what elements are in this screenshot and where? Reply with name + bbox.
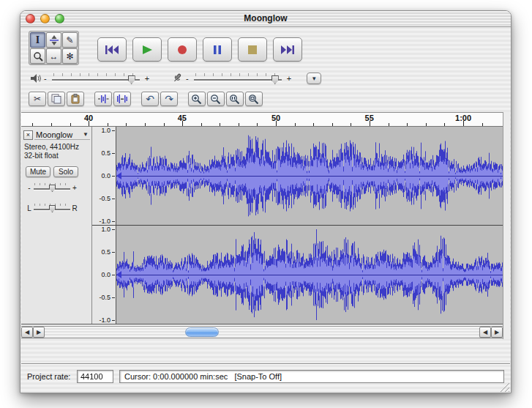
undo-button[interactable]: ↶ bbox=[141, 92, 159, 106]
input-source-button[interactable]: ▾ bbox=[307, 73, 321, 84]
zoom-out-button[interactable] bbox=[207, 92, 225, 106]
arrow-left-icon: ◀ bbox=[25, 329, 29, 335]
scroll-thumb[interactable] bbox=[185, 327, 219, 337]
minimize-button[interactable] bbox=[40, 14, 50, 23]
microphone-icon bbox=[171, 73, 184, 84]
skip-to-end-button[interactable] bbox=[273, 37, 302, 62]
solo-button[interactable]: Solo bbox=[53, 166, 78, 177]
cut-button[interactable]: ✂ bbox=[29, 92, 46, 106]
track-close-button[interactable]: × bbox=[23, 130, 33, 140]
fit-project-button[interactable] bbox=[245, 92, 263, 106]
ruler-tick bbox=[182, 121, 183, 126]
waveform-canvas[interactable] bbox=[116, 226, 503, 324]
selection-tool-button[interactable]: I bbox=[30, 32, 45, 48]
audacity-window: Moonglow I ✎ bbox=[20, 10, 512, 393]
vruler-label: 0.5 bbox=[101, 149, 110, 157]
ruler-tick bbox=[126, 123, 127, 126]
scroll-right-button-2[interactable]: ▶ bbox=[491, 327, 503, 338]
close-button[interactable] bbox=[26, 14, 35, 23]
track-menu-button[interactable]: Moonglow ▼ bbox=[34, 130, 90, 140]
stop-icon bbox=[245, 45, 260, 55]
scroll-left-button-2[interactable]: ◀ bbox=[479, 327, 491, 338]
ruler-tick bbox=[351, 123, 351, 126]
trim-outside-selection-button[interactable] bbox=[94, 92, 112, 106]
clip-extends-left-icon bbox=[116, 172, 121, 179]
pan-thumb[interactable] bbox=[49, 205, 56, 212]
waveform-display bbox=[116, 127, 503, 324]
chevron-down-icon: ▼ bbox=[83, 131, 89, 138]
ruler-tick bbox=[164, 123, 165, 126]
gain-min-label: - bbox=[26, 184, 33, 192]
vruler-label: -0.5 bbox=[99, 294, 110, 301]
pause-button[interactable] bbox=[203, 37, 232, 62]
waveform-canvas[interactable] bbox=[116, 127, 503, 225]
draw-tool-button[interactable]: ✎ bbox=[62, 32, 78, 48]
fit-project-icon bbox=[248, 94, 260, 105]
paste-button[interactable] bbox=[67, 92, 84, 106]
vruler-label: -0.5 bbox=[99, 195, 110, 202]
zoom-in-button[interactable] bbox=[188, 92, 206, 106]
trim-icon bbox=[97, 94, 109, 104]
scroll-right-button[interactable]: ▶ bbox=[33, 327, 45, 338]
horizontal-scrollbar[interactable]: ◀ ▶ ◀ ▶ bbox=[21, 326, 503, 338]
timeshift-icon: ↔ bbox=[50, 51, 59, 62]
redo-button[interactable]: ↷ bbox=[160, 92, 178, 106]
play-button[interactable] bbox=[132, 37, 162, 62]
waveform-channel-right[interactable] bbox=[116, 226, 503, 324]
input-volume-thumb[interactable] bbox=[271, 75, 279, 84]
ruler-tick bbox=[407, 123, 408, 126]
track-header: × Moonglow ▼ bbox=[23, 130, 90, 140]
input-volume-min-label: - bbox=[184, 74, 191, 83]
titlebar[interactable]: Moonglow bbox=[20, 11, 511, 27]
ruler-tick bbox=[239, 123, 239, 126]
ruler-tick bbox=[295, 123, 296, 126]
ruler-tick bbox=[108, 123, 108, 126]
scroll-track[interactable] bbox=[45, 327, 479, 338]
record-icon bbox=[175, 45, 190, 55]
zoom-button[interactable] bbox=[55, 14, 64, 23]
edit-toolbar: ✂ bbox=[29, 92, 263, 106]
zoom-tool-button[interactable] bbox=[30, 48, 45, 64]
timeshift-tool-button[interactable]: ↔ bbox=[46, 48, 61, 64]
input-volume-slider[interactable] bbox=[192, 73, 283, 84]
envelope-tool-button[interactable] bbox=[46, 32, 61, 48]
clip-extends-left-icon bbox=[116, 271, 121, 278]
track-format-line: Stereo, 44100Hz bbox=[24, 143, 79, 151]
ruler-tick bbox=[220, 123, 220, 126]
stop-button[interactable] bbox=[238, 37, 267, 62]
transport-toolbar bbox=[97, 37, 302, 62]
ruler-tick bbox=[257, 123, 258, 126]
vruler-tick bbox=[112, 199, 115, 199]
vruler-tick bbox=[112, 275, 115, 275]
record-button[interactable] bbox=[168, 37, 197, 62]
copy-button[interactable] bbox=[48, 92, 65, 106]
ruler-ticks: 404550551:00 bbox=[21, 113, 503, 126]
timeline-ruler[interactable]: 404550551:00 bbox=[21, 112, 503, 127]
pencil-icon: ✎ bbox=[66, 35, 73, 45]
silence-selection-button[interactable] bbox=[113, 92, 131, 106]
output-volume-thumb[interactable] bbox=[128, 75, 135, 84]
channel-separator bbox=[92, 225, 503, 226]
vruler-label: 0.0 bbox=[101, 271, 110, 278]
slider-ticks bbox=[195, 73, 280, 76]
ruler-tick bbox=[276, 121, 277, 126]
gain-thumb[interactable] bbox=[49, 185, 56, 192]
waveform-channel-left[interactable] bbox=[116, 127, 503, 225]
magnifier-icon bbox=[33, 51, 43, 62]
vertical-scrollbar[interactable] bbox=[503, 112, 510, 339]
skip-to-start-icon bbox=[105, 45, 119, 55]
ibeam-icon: I bbox=[36, 34, 40, 46]
track-area: × Moonglow ▼ Stereo, 44100Hz 32-bit floa… bbox=[21, 127, 503, 324]
ruler-tick bbox=[51, 123, 52, 126]
resize-grip[interactable] bbox=[499, 382, 509, 392]
skip-to-start-button[interactable] bbox=[97, 37, 127, 62]
scroll-left-button[interactable]: ◀ bbox=[21, 327, 33, 338]
pan-slider[interactable] bbox=[33, 203, 71, 213]
project-rate-input[interactable] bbox=[77, 370, 113, 383]
fit-selection-button[interactable] bbox=[226, 92, 244, 106]
multi-tool-button[interactable]: ✻ bbox=[62, 48, 78, 64]
mute-button[interactable]: Mute bbox=[26, 166, 50, 177]
vruler-label: -1.0 bbox=[99, 218, 110, 225]
output-volume-slider[interactable] bbox=[50, 73, 141, 84]
gain-slider[interactable] bbox=[33, 182, 71, 193]
